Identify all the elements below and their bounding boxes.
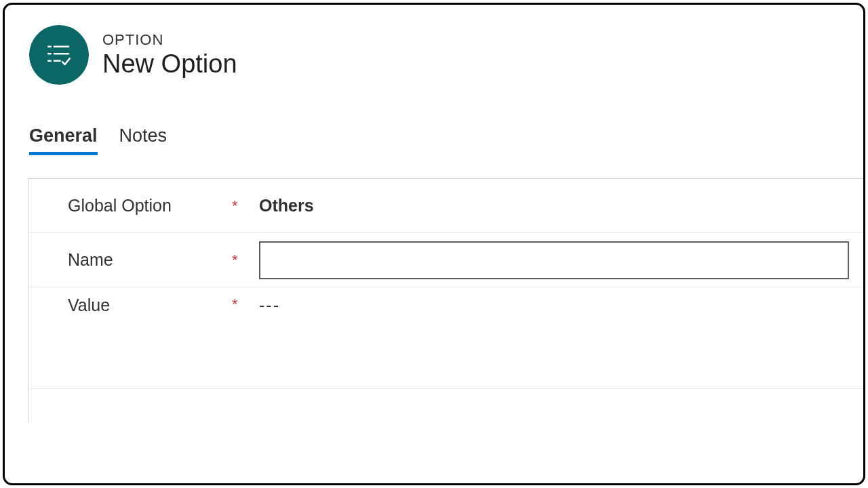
name-value-cell — [259, 241, 865, 279]
global-option-value[interactable]: Others — [259, 196, 865, 216]
form-header: OPTION New Option — [5, 5, 863, 85]
panel-footer-row — [28, 389, 865, 423]
value-label: Value — [68, 296, 232, 315]
global-option-value-text: Others — [259, 196, 314, 216]
page-title: New Option — [102, 50, 237, 79]
form-frame: OPTION New Option General Notes Global O… — [3, 3, 865, 485]
tab-notes[interactable]: Notes — [119, 125, 167, 155]
required-indicator: * — [232, 296, 259, 313]
general-form-panel: Global Option * Others Name * Value * --… — [28, 178, 865, 423]
option-list-icon — [29, 25, 89, 85]
name-input[interactable] — [259, 241, 849, 279]
global-option-label: Global Option — [68, 196, 232, 216]
value-placeholder: --- — [259, 296, 280, 315]
field-row-name: Name * — [28, 233, 865, 287]
field-row-value: Value * --- — [28, 287, 865, 389]
name-label: Name — [68, 250, 232, 270]
tab-general[interactable]: General — [29, 125, 98, 155]
entity-type-label: OPTION — [102, 31, 237, 49]
tab-bar: General Notes — [5, 85, 863, 155]
field-row-global-option: Global Option * Others — [28, 179, 865, 233]
required-indicator: * — [232, 251, 259, 269]
value-value-cell[interactable]: --- — [259, 296, 865, 315]
header-text-block: OPTION New Option — [102, 31, 237, 79]
required-indicator: * — [232, 197, 259, 215]
